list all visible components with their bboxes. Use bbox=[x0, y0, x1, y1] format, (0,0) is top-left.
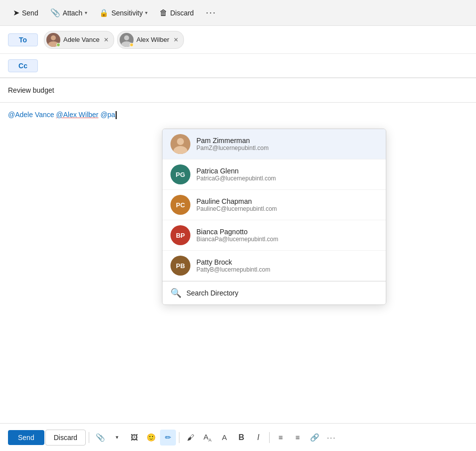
brush-icon: 🖌 bbox=[187, 433, 194, 442]
discard-bottom-button[interactable]: Discard bbox=[45, 430, 86, 446]
autocomplete-item-pauline[interactable]: PC Pauline Chapman PaulineC@lucernepubin… bbox=[162, 190, 386, 220]
to-row: To Adele Vance ✕ Alex Wilber ✕ bbox=[0, 26, 476, 54]
more-format-button[interactable]: ··· bbox=[323, 430, 339, 446]
subject-area: Review budget bbox=[0, 78, 476, 103]
autocomplete-item-patty[interactable]: PB Patty Brock PattyB@lucernepubintl.com bbox=[162, 251, 386, 281]
font-size-button[interactable]: AA bbox=[199, 430, 215, 446]
attach-dropdown-button[interactable]: ▾ bbox=[109, 430, 125, 446]
contact-name-patrica: Patrica Glenn bbox=[196, 167, 276, 175]
contact-email-bianca: BiancaPa@lucernepubintl.com bbox=[196, 236, 278, 243]
autocomplete-item-patrica[interactable]: PG Patrica Glenn PatricaG@lucernepubintl… bbox=[162, 159, 386, 190]
discard-icon: 🗑 bbox=[159, 8, 167, 17]
autocomplete-dropdown: Pam Zimmerman PamZ@lucernepubintl.com PG… bbox=[162, 129, 386, 305]
contact-email-pauline: PaulineC@lucernepubintl.com bbox=[196, 205, 277, 212]
font-color-button[interactable]: A bbox=[216, 430, 232, 446]
remove-adele-button[interactable]: ✕ bbox=[103, 36, 110, 43]
emoji-icon: 🙂 bbox=[147, 433, 156, 442]
avatar-pg: PG bbox=[170, 164, 190, 184]
avatar-pam bbox=[170, 134, 190, 154]
recipient-chip-adele[interactable]: Adele Vance ✕ bbox=[44, 31, 114, 49]
sensitivity-chevron-icon: ▾ bbox=[145, 10, 148, 15]
send-icon: ➤ bbox=[13, 8, 19, 17]
italic-icon: I bbox=[257, 433, 259, 442]
presence-dot-adele bbox=[56, 43, 60, 47]
attach-inline-icon: 📎 bbox=[96, 433, 105, 442]
top-toolbar: ➤ Send 📎 Attach ▾ 🔒 Sensitivity ▾ 🗑 Disc… bbox=[0, 0, 476, 26]
avatar-pb: PB bbox=[170, 256, 190, 276]
sensitivity-label: Sensitivity bbox=[111, 9, 143, 17]
contact-email-patty: PattyB@lucernepubintl.com bbox=[196, 266, 270, 273]
more-button[interactable]: ··· bbox=[201, 4, 221, 21]
contact-name-pauline: Pauline Chapman bbox=[196, 197, 277, 205]
attach-dropdown-icon: ▾ bbox=[116, 434, 119, 441]
discard-button[interactable]: 🗑 Discard bbox=[155, 5, 198, 20]
image-icon: 🖼 bbox=[131, 433, 138, 442]
highlight-button[interactable]: ✏ bbox=[160, 430, 176, 446]
contact-info-patrica: Patrica Glenn PatricaG@lucernepubintl.co… bbox=[196, 167, 276, 182]
autocomplete-item-pam[interactable]: Pam Zimmerman PamZ@lucernepubintl.com bbox=[162, 129, 386, 159]
avatar-bp: BP bbox=[170, 225, 190, 245]
image-button[interactable]: 🖼 bbox=[126, 430, 142, 446]
align-center-button[interactable]: ≡ bbox=[290, 430, 306, 446]
attach-icon: 📎 bbox=[50, 8, 60, 17]
contact-name-patty: Patty Brock bbox=[196, 258, 270, 266]
toolbar-separator-1 bbox=[89, 432, 89, 443]
discard-label: Discard bbox=[170, 9, 193, 17]
search-directory-item[interactable]: 🔍 Search Directory bbox=[162, 281, 386, 304]
format-toolbar: Send Discard 📎 ▾ 🖼 🙂 ✏ 🖌 AA A B I ≡ ≡ 🔗 … bbox=[0, 423, 476, 451]
italic-button[interactable]: I bbox=[250, 430, 266, 446]
mention-alex: @Alex Wilber bbox=[56, 111, 98, 119]
chip-name-alex: Alex Wilber bbox=[137, 36, 169, 43]
link-icon: 🔗 bbox=[310, 433, 319, 442]
avatar-pc: PC bbox=[170, 195, 190, 215]
presence-dot-alex bbox=[130, 43, 134, 47]
typing-mention: @pa bbox=[100, 111, 115, 119]
emoji-button[interactable]: 🙂 bbox=[143, 430, 159, 446]
mention-adele: @Adele Vance bbox=[8, 111, 54, 119]
send-bottom-button[interactable]: Send bbox=[8, 430, 44, 445]
sensitivity-icon: 🔒 bbox=[99, 8, 109, 17]
toolbar-separator-2 bbox=[179, 432, 179, 443]
bold-icon: B bbox=[238, 433, 244, 442]
align-center-icon: ≡ bbox=[296, 433, 300, 442]
align-left-button[interactable]: ≡ bbox=[273, 430, 289, 446]
body-content: @Adele Vance @Alex Wilber @pa bbox=[8, 111, 468, 119]
remove-alex-button[interactable]: ✕ bbox=[172, 36, 179, 43]
bold-button[interactable]: B bbox=[233, 430, 249, 446]
recipients-area: To Adele Vance ✕ Alex Wilber ✕ bbox=[0, 26, 476, 78]
toolbar-separator-3 bbox=[269, 432, 270, 443]
contact-info-pam: Pam Zimmerman PamZ@lucernepubintl.com bbox=[196, 137, 269, 151]
more-icon: ··· bbox=[206, 7, 216, 18]
contact-info-bianca: Bianca Pagnotto BiancaPa@lucernepubintl.… bbox=[196, 228, 278, 243]
send-label: Send bbox=[22, 9, 38, 17]
recipient-chips: Adele Vance ✕ Alex Wilber ✕ bbox=[44, 31, 184, 49]
font-size-icon: AA bbox=[203, 433, 211, 443]
contact-info-patty: Patty Brock PattyB@lucernepubintl.com bbox=[196, 258, 270, 273]
font-color-icon: A bbox=[222, 433, 227, 442]
attach-button[interactable]: 📎 Attach ▾ bbox=[45, 5, 93, 20]
contact-name-pam: Pam Zimmerman bbox=[196, 137, 269, 145]
cc-label[interactable]: Cc bbox=[8, 59, 38, 72]
text-cursor bbox=[116, 111, 117, 119]
recipient-chip-alex[interactable]: Alex Wilber ✕ bbox=[117, 31, 184, 49]
contact-name-bianca: Bianca Pagnotto bbox=[196, 228, 278, 236]
contact-info-pauline: Pauline Chapman PaulineC@lucernepubintl.… bbox=[196, 197, 277, 212]
chip-name-adele: Adele Vance bbox=[63, 36, 100, 43]
highlight-icon: ✏ bbox=[165, 433, 171, 442]
attach-chevron-icon: ▾ bbox=[85, 10, 87, 15]
attach-label: Attach bbox=[63, 9, 83, 17]
more-format-icon: ··· bbox=[327, 433, 336, 442]
attach-inline-button[interactable]: 📎 bbox=[92, 430, 108, 446]
subject-text: Review budget bbox=[8, 86, 54, 94]
search-directory-label: Search Directory bbox=[186, 289, 238, 297]
sensitivity-button[interactable]: 🔒 Sensitivity ▾ bbox=[94, 5, 153, 20]
autocomplete-item-bianca[interactable]: BP Bianca Pagnotto BiancaPa@lucernepubin… bbox=[162, 220, 386, 251]
link-button[interactable]: 🔗 bbox=[307, 430, 322, 446]
brush-button[interactable]: 🖌 bbox=[182, 430, 198, 446]
contact-email-pam: PamZ@lucernepubintl.com bbox=[196, 145, 269, 151]
send-button[interactable]: ➤ Send bbox=[8, 5, 43, 20]
contact-email-patrica: PatricaG@lucernepubintl.com bbox=[196, 175, 276, 182]
to-label[interactable]: To bbox=[8, 33, 38, 46]
align-left-icon: ≡ bbox=[279, 433, 283, 442]
body-area[interactable]: @Adele Vance @Alex Wilber @pa Pam Zimmer… bbox=[0, 103, 476, 282]
